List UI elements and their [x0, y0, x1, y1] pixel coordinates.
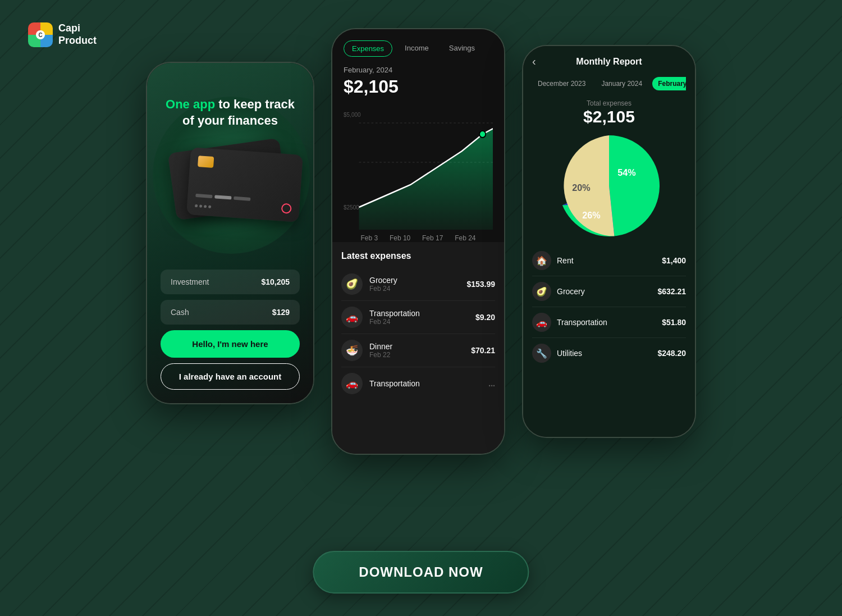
transport2-amount: ... — [488, 379, 495, 388]
category-transport: 🚗 Transportation $51.80 — [532, 307, 686, 338]
transport-cat-amount: $51.80 — [662, 318, 686, 327]
chart-x-feb3: Feb 3 — [360, 234, 378, 242]
transport-amount: $9.20 — [475, 313, 495, 322]
phones-container: One app to keep track of your finances — [146, 28, 696, 455]
month-tabs: December 2023 January 2024 February 2024 — [532, 77, 686, 90]
card-dot-2 — [199, 205, 202, 208]
expense-item-dinner: 🍜 Dinner Feb 22 $70.21 — [341, 334, 495, 367]
cash-value: $129 — [272, 308, 290, 317]
transport-info: Transportation Feb 24 — [369, 309, 469, 326]
chart-y-2500: $2500 — [344, 204, 361, 211]
transport2-info: Transportation — [369, 379, 482, 388]
tab-expenses[interactable]: Expenses — [344, 40, 392, 57]
rent-amount: $1,400 — [662, 256, 686, 265]
chart-y-5000: $5,000 — [344, 112, 361, 118]
download-button[interactable]: DOWNLOAD NOW — [313, 551, 529, 594]
svg-point-2 — [479, 131, 486, 138]
chart-svg — [344, 106, 493, 230]
utilities-icon: 🔧 — [532, 344, 551, 363]
chart-x-feb17: Feb 17 — [422, 234, 443, 242]
logo-center-dot: C — [36, 30, 45, 39]
svg-text:54%: 54% — [617, 167, 635, 177]
grocery-cat-name: Grocery — [557, 287, 652, 296]
month-tab-dec[interactable]: December 2023 — [532, 77, 591, 90]
investment-row: Investment $10,205 — [161, 270, 300, 294]
tab-savings[interactable]: Savings — [441, 40, 483, 57]
grocery-name: Grocery — [369, 276, 460, 285]
transport-icon: 🚗 — [341, 307, 363, 328]
transport-name: Transportation — [369, 309, 469, 318]
investment-label: Investment — [171, 277, 209, 286]
transport2-icon: 🚗 — [341, 373, 363, 394]
back-button[interactable]: ‹ — [532, 55, 536, 68]
card-dots — [195, 204, 211, 208]
tab-income[interactable]: Income — [397, 40, 437, 57]
phone-3: ‹ Monthly Report December 2023 January 2… — [522, 45, 696, 438]
dinner-name: Dinner — [369, 342, 464, 351]
cash-label: Cash — [171, 308, 189, 317]
expense-item-grocery: 🥑 Grocery Feb 24 $153.99 — [341, 268, 495, 301]
chart-x-feb10: Feb 10 — [390, 234, 410, 242]
phone-2: Expenses Income Savings February, 2024 $… — [331, 28, 505, 455]
grocery-info: Grocery Feb 24 — [369, 276, 460, 293]
card-dot-4 — [208, 206, 211, 208]
chart-svg-container: $5,000 $2500 — [344, 106, 493, 230]
rent-name: Rent — [557, 256, 656, 265]
new-user-button[interactable]: Hello, I'm new here — [161, 330, 300, 358]
card-dot-1 — [195, 204, 198, 207]
existing-user-button[interactable]: I already have an account — [161, 363, 300, 390]
grocery-date: Feb 24 — [369, 285, 460, 293]
expenses-section: Latest expenses 🥑 Grocery Feb 24 $153.99… — [332, 242, 504, 454]
card-nfc-icon — [281, 203, 292, 214]
phone3-header-wrapper: ‹ Monthly Report — [532, 55, 686, 68]
dinner-info: Dinner Feb 22 — [369, 342, 464, 359]
phone-1: One app to keep track of your finances — [146, 62, 314, 404]
transport-cat-name: Transportation — [557, 318, 656, 327]
grocery-amount: $153.99 — [466, 280, 495, 289]
grocery-icon: 🥑 — [341, 273, 363, 295]
dinner-icon: 🍜 — [341, 340, 363, 361]
phone1-content: One app to keep track of your finances — [147, 63, 313, 403]
chart-area: Expenses Income Savings February, 2024 $… — [332, 29, 504, 242]
chart-x-feb24: Feb 24 — [455, 234, 475, 242]
phone1-tagline: One app to keep track of your finances — [161, 97, 300, 129]
card-chip — [198, 156, 214, 168]
tabs-row: Expenses Income Savings — [344, 40, 493, 57]
chart-period: February, 2024 — [344, 66, 493, 74]
month-tab-feb[interactable]: February 2024 — [652, 77, 686, 90]
svg-text:26%: 26% — [582, 211, 600, 221]
grocery-cat-amount: $632.21 — [657, 287, 686, 296]
total-expenses-amount: $2,105 — [532, 107, 686, 126]
chart-amount: $2,105 — [344, 76, 493, 97]
brand-name: Capi Product — [58, 22, 97, 47]
pie-chart-container: 54% 26% 20% — [532, 135, 686, 236]
expense-item-transport2: 🚗 Transportation ... — [341, 367, 495, 400]
chart-x-labels: Feb 3 Feb 10 Feb 17 Feb 24 — [344, 230, 493, 242]
cards-area — [161, 134, 300, 224]
svg-text:20%: 20% — [572, 182, 590, 193]
card-dot-3 — [204, 205, 207, 208]
category-rent: 🏠 Rent $1,400 — [532, 245, 686, 276]
transport2-name: Transportation — [369, 379, 482, 388]
transport-date: Feb 24 — [369, 318, 469, 326]
phone1-tagline-highlight: One app — [166, 97, 215, 111]
cash-row: Cash $129 — [161, 300, 300, 325]
logo-area: C Capi Product — [28, 22, 97, 47]
report-title: Monthly Report — [576, 57, 642, 67]
utilities-name: Utilities — [557, 349, 652, 358]
transport-cat-icon: 🚗 — [532, 313, 551, 332]
rent-icon: 🏠 — [532, 251, 551, 270]
grocery-cat-icon: 🥑 — [532, 282, 551, 301]
investment-value: $10,205 — [261, 277, 290, 286]
pie-chart: 54% 26% 20% — [559, 135, 660, 236]
phone3-content: ‹ Monthly Report December 2023 January 2… — [523, 46, 695, 437]
category-grocery: 🥑 Grocery $632.21 — [532, 276, 686, 307]
phone2-content: Expenses Income Savings February, 2024 $… — [332, 29, 504, 454]
utilities-amount: $248.20 — [657, 349, 686, 358]
total-expenses-label: Total expenses — [532, 99, 686, 107]
credit-card-front — [186, 147, 303, 222]
expense-item-transport: 🚗 Transportation Feb 24 $9.20 — [341, 301, 495, 334]
month-tab-jan[interactable]: January 2024 — [596, 77, 648, 90]
expenses-title: Latest expenses — [341, 251, 495, 261]
dinner-date: Feb 22 — [369, 351, 464, 359]
